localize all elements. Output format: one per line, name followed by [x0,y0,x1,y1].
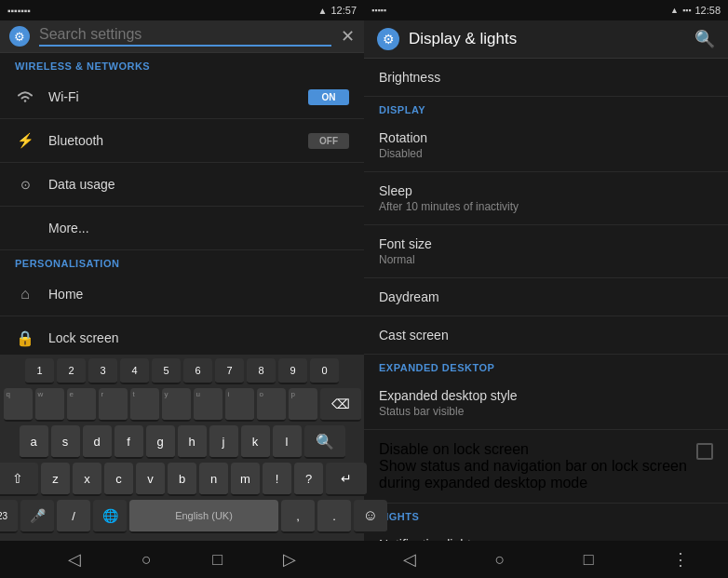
header-gear-icon: ⚙ [377,28,399,50]
brightness-item[interactable]: Brightness [364,59,728,97]
key-f[interactable]: f [115,425,143,459]
key-s[interactable]: s [51,425,80,459]
key-d[interactable]: d [83,425,112,459]
key-space[interactable]: English (UK) [129,500,278,533]
nav-home-left[interactable]: ○ [142,550,152,570]
key-u[interactable]: u [194,388,222,422]
key-y[interactable]: y [162,388,191,422]
key-w[interactable]: w [35,388,64,422]
wifi-item[interactable]: Wi-Fi ON [0,75,364,119]
data-usage-icon: ⊙ [15,174,35,195]
key-0[interactable]: 0 [310,358,339,384]
nav-back-left[interactable]: ◁ [68,549,81,570]
nav-more-right[interactable]: ⋮ [672,549,689,570]
key-l[interactable]: l [273,425,302,459]
status-bar-left: ▪▪▪▪▪▪▪ ▲ 12:57 [0,0,364,20]
key-i[interactable]: i [225,388,254,422]
key-g[interactable]: g [146,425,175,459]
key-j[interactable]: j [209,425,238,459]
bluetooth-toggle[interactable]: OFF [308,133,349,149]
key-k[interactable]: k [241,425,270,459]
home-item[interactable]: ⌂ Home [0,273,364,316]
cast-screen-item[interactable]: Cast screen [364,316,728,355]
key-3[interactable]: 3 [88,358,117,384]
key-c[interactable]: c [104,463,133,496]
section-display: DISPLAY [364,97,728,119]
notification-light-item[interactable]: Notification light Enabled [364,526,728,541]
data-usage-label: Data usage [48,177,349,192]
key-h[interactable]: h [178,425,207,459]
key-slash[interactable]: / [57,500,90,533]
wifi-toggle[interactable]: ON [308,89,349,105]
key-o[interactable]: o [257,388,286,422]
key-1[interactable]: 1 [25,358,54,384]
key-globe[interactable]: 🌐 [93,500,127,533]
key-delete[interactable]: ⌫ [320,388,361,422]
search-bar: ⚙ ✕ [0,20,364,53]
disable-on-lock-screen-item[interactable]: Disable on lock screen Show status and n… [364,430,728,504]
key-a[interactable]: a [20,425,48,459]
key-b[interactable]: b [168,463,196,496]
search-input[interactable] [39,26,331,47]
keyboard: 1 2 3 4 5 6 7 8 9 0 q w e r t y u i o p … [0,355,364,541]
key-emoji[interactable]: ☺ [354,500,387,533]
key-7[interactable]: 7 [215,358,244,384]
header-search-icon[interactable]: 🔍 [694,29,715,49]
disable-on-lock-screen-checkbox[interactable] [696,443,713,460]
key-q[interactable]: q [4,388,33,422]
key-x[interactable]: x [73,463,101,496]
key-question[interactable]: ? [294,463,323,496]
daydream-item[interactable]: Daydream [364,278,728,316]
wifi-icon [15,87,35,107]
font-size-item[interactable]: Font size Normal [364,225,728,278]
rotation-title: Rotation [379,130,713,145]
more-item[interactable]: More... [0,207,364,250]
key-5[interactable]: 5 [152,358,181,384]
data-usage-item[interactable]: ⊙ Data usage [0,163,364,207]
font-size-subtitle: Normal [379,253,713,266]
key-r[interactable]: r [99,388,128,422]
nav-recent-right[interactable]: □ [584,550,594,570]
key-8[interactable]: 8 [247,358,276,384]
key-e[interactable]: e [67,388,96,422]
key-t[interactable]: t [130,388,159,422]
key-v[interactable]: v [136,463,165,496]
key-2[interactable]: 2 [57,358,86,384]
key-n[interactable]: n [199,463,228,496]
sleep-item[interactable]: Sleep After 10 minutes of inactivity [364,172,728,225]
key-6[interactable]: 6 [183,358,212,384]
key-num123[interactable]: ?123 [0,500,18,533]
nav-forward-left[interactable]: ▷ [283,549,296,570]
key-period[interactable]: . [317,500,351,533]
key-z[interactable]: z [41,463,70,496]
header-title-area: ⚙ Display & lights [377,28,517,50]
expanded-desktop-style-item[interactable]: Expanded desktop style Status bar visibl… [364,377,728,430]
key-4[interactable]: 4 [120,358,149,384]
settings-list: WIRELESS & NETWORKS Wi-Fi ON ⚡ Bluetooth… [0,53,364,355]
rotation-item[interactable]: Rotation Disabled [364,119,728,172]
sleep-title: Sleep [379,183,713,198]
status-bar-right: ▪▪▪▪▪ ▲ ▪▪▪ 12:58 [364,0,728,20]
key-mic[interactable]: 🎤 [20,500,54,533]
nav-home-right[interactable]: ○ [494,550,505,570]
status-right-right: ▲ ▪▪▪ 12:58 [670,5,721,16]
key-shift[interactable]: ⇧ [0,463,38,496]
key-exclaim[interactable]: ! [263,463,291,496]
lock-screen-item[interactable]: 🔒 Lock screen [0,316,364,355]
key-enter[interactable]: ↵ [326,463,367,496]
nav-bar-left: ◁ ○ □ ▷ [0,541,364,578]
key-comma[interactable]: , [281,500,315,533]
close-search-button[interactable]: ✕ [341,26,355,47]
lock-icon: 🔒 [15,328,35,348]
wifi-signal-icon: ▲ [318,6,328,16]
bluetooth-item[interactable]: ⚡ Bluetooth OFF [0,119,364,163]
key-search[interactable]: 🔍 [304,425,345,459]
nav-recent-left[interactable]: □ [212,550,222,570]
disable-on-lock-screen-subtitle: Show status and navigation bar on lock s… [379,458,687,491]
nav-bar-right: ◁ ○ □ ⋮ [364,541,728,578]
key-m[interactable]: m [231,463,260,496]
nav-back-right[interactable]: ◁ [403,549,416,570]
bluetooth-icon: ⚡ [15,130,35,151]
key-p[interactable]: p [289,388,317,422]
key-9[interactable]: 9 [278,358,307,384]
